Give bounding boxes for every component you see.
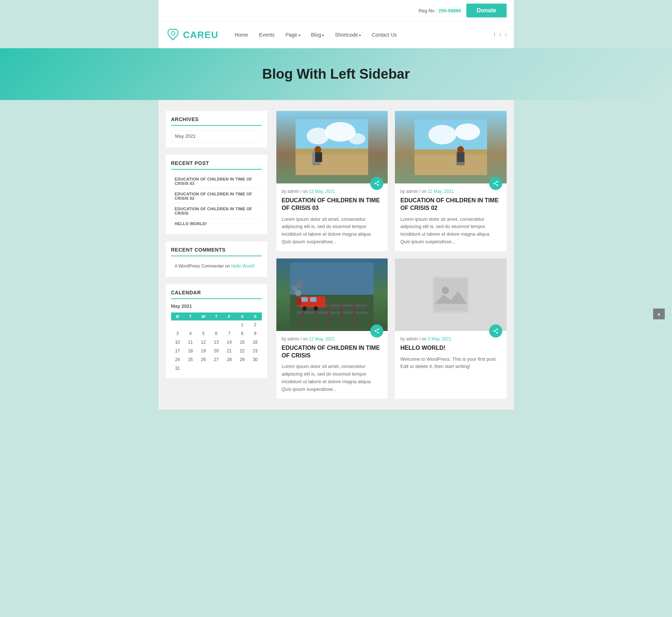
calendar-day-cell[interactable]: 6 <box>210 329 223 338</box>
share-button-4[interactable] <box>489 324 502 338</box>
svg-point-54 <box>496 328 498 330</box>
svg-point-11 <box>375 183 376 184</box>
svg-rect-16 <box>415 153 487 175</box>
calendar-day-cell[interactable]: 27 <box>210 355 223 364</box>
recent-post-2[interactable]: EDUCATION OF CHILDREN IN TIME OF CRISIS … <box>171 189 262 204</box>
calendar-day-cell[interactable]: 19 <box>197 347 210 355</box>
calendar-week-row: 12 <box>171 320 262 329</box>
svg-line-14 <box>376 182 378 183</box>
blog-excerpt-1: Lorem ipsum dolor sit amet, consectetur … <box>282 216 383 246</box>
scroll-top-button[interactable]: ▲ <box>653 308 665 319</box>
recent-comments-section: RECENT COMMENTS A WordPress Commenter on… <box>166 241 267 277</box>
archive-may-2021[interactable]: May 2021 <box>171 130 262 142</box>
calendar-day-cell[interactable]: 25 <box>184 355 197 364</box>
calendar-day-cell[interactable]: 31 <box>171 364 184 373</box>
calendar-day-cell[interactable]: 24 <box>171 355 184 364</box>
nav-events[interactable]: Events <box>257 23 276 47</box>
calendar-day-cell[interactable]: 17 <box>171 347 184 355</box>
calendar-day-cell[interactable]: 14 <box>223 338 236 347</box>
calendar-day-cell[interactable]: 2 <box>249 320 262 329</box>
calendar-day-cell[interactable]: 10 <box>171 338 184 347</box>
recent-comments-title: RECENT COMMENTS <box>171 247 262 256</box>
share-button-1[interactable] <box>370 177 383 190</box>
blog-meta-4: by admin / on 5 May, 2021 <box>400 336 501 341</box>
svg-point-53 <box>442 287 449 294</box>
comment-on: on <box>225 264 230 269</box>
svg-rect-9 <box>315 152 322 162</box>
blog-meta-4-by: by admin / on <box>400 336 426 341</box>
blog-meta-3: by admin / on 12 May, 2021 <box>282 336 383 341</box>
svg-point-5 <box>349 133 365 145</box>
cal-th-t1: T <box>184 312 197 320</box>
svg-point-18 <box>455 124 480 140</box>
share-button-3[interactable] <box>370 324 383 338</box>
calendar-day-cell[interactable]: 7 <box>223 329 236 338</box>
svg-rect-31 <box>297 311 367 314</box>
calendar-day-cell[interactable]: 12 <box>197 338 210 347</box>
blog-title-3[interactable]: EDUCATION OF CHILDREN IN TIME OF CRISIS <box>282 344 383 360</box>
calendar-day-cell[interactable]: 20 <box>210 347 223 355</box>
calendar-day-cell[interactable]: 9 <box>249 329 262 338</box>
calendar-day-cell[interactable]: 29 <box>236 355 249 364</box>
calendar-day-cell[interactable]: 23 <box>249 347 262 355</box>
blog-title-1[interactable]: EDUCATION OF CHILDREN IN TIME OF CRISIS … <box>282 197 383 212</box>
calendar-week-row: 17181920212223 <box>171 347 262 355</box>
blog-meta-1: by admin / on 12 May, 2021 <box>282 189 383 194</box>
calendar-day-cell <box>197 320 210 329</box>
recent-post-4[interactable]: Hello World! <box>171 219 262 229</box>
calendar-day-cell[interactable]: 15 <box>236 338 249 347</box>
calendar-day-cell[interactable]: 11 <box>184 338 197 347</box>
blog-title-4[interactable]: Hello world! <box>400 344 501 352</box>
blog-title-2[interactable]: EDUCATION OF CHILDREN IN TIME OF CRISIS … <box>400 197 501 212</box>
logo-icon <box>166 27 180 43</box>
svg-point-45 <box>296 281 304 288</box>
calendar-week-row: 10111213141516 <box>171 338 262 347</box>
logo[interactable]: CAREU <box>166 21 226 48</box>
svg-rect-22 <box>457 152 464 162</box>
twitter-icon[interactable]: t <box>499 32 501 38</box>
calendar-day-cell[interactable]: 3 <box>171 329 184 338</box>
nav-contact[interactable]: Contact Us <box>370 23 399 47</box>
instagram-icon[interactable]: i <box>505 32 506 38</box>
calendar-day-cell[interactable]: 5 <box>197 329 210 338</box>
comment-1: A WordPress Commenter on Hello World! <box>171 261 262 272</box>
calendar-day-cell[interactable]: 18 <box>184 347 197 355</box>
header: Reg No : 255-58888 Donate CAREU Home Eve… <box>158 0 514 48</box>
svg-line-13 <box>376 184 378 185</box>
comment-post-link[interactable]: Hello World! <box>231 264 255 269</box>
calendar-day-cell[interactable]: 13 <box>210 338 223 347</box>
calendar-day-cell[interactable]: 8 <box>236 329 249 338</box>
recent-post-1[interactable]: EDUCATION OF CHILDREN IN TIME OF CRISIS … <box>171 174 262 189</box>
calendar-day-cell <box>171 320 184 329</box>
nav-blog[interactable]: Blog <box>309 23 326 47</box>
calendar-day-cell[interactable]: 16 <box>249 338 262 347</box>
calendar-day-cell[interactable]: 22 <box>236 347 249 355</box>
facebook-icon[interactable]: f <box>494 32 495 38</box>
cal-th-m: M <box>171 312 184 320</box>
donate-button[interactable]: Donate <box>466 4 506 17</box>
reg-label: Reg No : 255-58888 <box>419 8 461 13</box>
recent-post-3[interactable]: EDUCATION OF CHILDREN IN TIME OF CRISIS <box>171 204 262 219</box>
nav-page[interactable]: Page <box>284 23 302 47</box>
calendar-day-cell[interactable]: 28 <box>223 355 236 364</box>
blog-meta-4-date: 5 May, 2021 <box>428 336 451 341</box>
nav-home[interactable]: Home <box>233 23 250 47</box>
calendar-week-row: 24252627282930 <box>171 355 262 364</box>
calendar-day-cell[interactable]: 26 <box>197 355 210 364</box>
svg-rect-28 <box>290 262 374 294</box>
share-button-2[interactable] <box>489 177 502 190</box>
calendar-day-cell[interactable]: 1 <box>236 320 249 329</box>
blog-card-2-image <box>395 111 507 183</box>
calendar-header-row: M T W T F S S <box>171 312 262 320</box>
calendar-day-cell[interactable]: 30 <box>249 355 262 364</box>
calendar-month: May 2021 <box>171 303 262 309</box>
nav-shortcode[interactable]: Shortcode <box>333 23 363 47</box>
main-container: ARCHIVES May 2021 RECENT POST EDUCATION … <box>158 100 514 410</box>
calendar-day-cell[interactable]: 21 <box>223 347 236 355</box>
calendar-table: M T W T F S S 12345678910111213141516171… <box>171 312 262 373</box>
blog-card-1-image <box>276 111 388 183</box>
blog-card-2-body: by admin / on 12 May, 2021 EDUCATION OF … <box>395 183 507 251</box>
calendar-day-cell <box>210 320 223 329</box>
calendar-day-cell[interactable]: 4 <box>184 329 197 338</box>
header-top: Reg No : 255-58888 Donate <box>158 0 514 21</box>
